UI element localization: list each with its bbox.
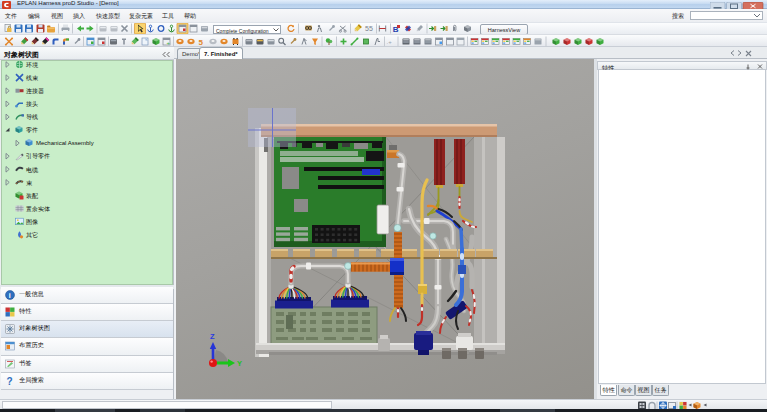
svg-text:其它: 其它 [26, 231, 38, 238]
svg-text:导线: 导线 [26, 113, 38, 120]
svg-text:i: i [9, 291, 11, 298]
svg-text:5: 5 [199, 38, 204, 47]
svg-text:?: ? [7, 376, 13, 386]
svg-text:Mechanical Assembly: Mechanical Assembly [36, 140, 94, 146]
svg-text:装配: 装配 [26, 193, 38, 200]
svg-text:引导零件: 引导零件 [26, 152, 50, 160]
svg-text:Z: Z [210, 332, 215, 341]
svg-text:+: + [167, 40, 171, 46]
svg-text:接头: 接头 [26, 100, 38, 107]
svg-text:电缆: 电缆 [26, 167, 39, 174]
svg-text:.+: .+ [387, 39, 393, 45]
svg-text:连接器: 连接器 [26, 87, 44, 95]
svg-text:55: 55 [365, 25, 373, 32]
svg-text:图像: 图像 [26, 219, 38, 226]
svg-text:Y: Y [237, 359, 242, 368]
svg-text:环境: 环境 [26, 61, 38, 69]
svg-text:零件: 零件 [26, 127, 38, 133]
svg-text:束: 束 [26, 180, 33, 186]
svg-text:线束: 线束 [26, 75, 39, 81]
svg-text:置余实体: 置余实体 [26, 206, 50, 213]
